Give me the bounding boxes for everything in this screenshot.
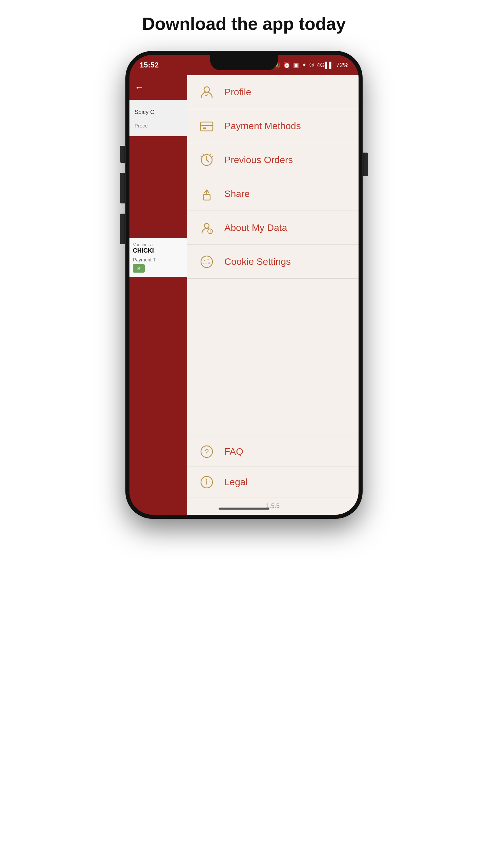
page-title: Download the app today — [136, 14, 353, 34]
silent-button — [120, 214, 125, 244]
cookie-settings-label: Cookie Settings — [224, 256, 291, 267]
previous-orders-label: Previous Orders — [224, 155, 293, 165]
bg-order-status: Proce — [135, 120, 184, 131]
bg-order-item: Spicy C — [135, 105, 184, 120]
signal-icon: 4G▌▌ — [317, 62, 333, 69]
bg-app-content: Spicy C Proce — [129, 100, 189, 136]
svg-point-16 — [208, 262, 210, 264]
svg-point-11 — [210, 229, 210, 230]
svg-point-13 — [204, 260, 205, 261]
home-indicator — [219, 508, 269, 510]
phone-screen: 15:52 🔕 ⏰ ▣ ✦ ® 4G▌▌ 72% ← Spicy C — [129, 55, 359, 515]
version-text: 1.5.5 — [187, 497, 359, 515]
svg-point-23 — [206, 478, 207, 479]
menu-item-about-data[interactable]: About My Data — [187, 211, 359, 245]
phone-frame: 15:52 🔕 ⏰ ▣ ✦ ® 4G▌▌ 72% ← Spicy C — [125, 51, 363, 519]
svg-point-15 — [205, 263, 206, 264]
menu-item-share[interactable]: Share — [187, 177, 359, 211]
share-label: Share — [224, 189, 250, 199]
status-time: 15:52 — [140, 61, 159, 70]
share-icon — [197, 184, 216, 203]
legal-icon: i — [197, 473, 216, 491]
menu-item-previous-orders[interactable]: Previous Orders — [187, 143, 359, 177]
faq-label: FAQ — [224, 446, 243, 457]
menu-item-cookie-settings[interactable]: Cookie Settings — [187, 245, 359, 279]
orders-icon — [197, 151, 216, 169]
svg-rect-3 — [203, 127, 206, 129]
power-button — [363, 153, 368, 176]
bg-voucher-label: Voucher a — [133, 242, 185, 247]
bg-payment-label: Payment T — [133, 257, 185, 262]
faq-icon: ? — [197, 442, 216, 461]
svg-point-0 — [204, 87, 209, 92]
profile-label: Profile — [224, 87, 251, 98]
menu-item-payment-methods[interactable]: Payment Methods — [187, 109, 359, 143]
menu-item-profile[interactable]: Profile — [187, 75, 359, 109]
volume-down-button — [120, 173, 125, 203]
payment-methods-label: Payment Methods — [224, 121, 301, 132]
side-drawer: Profile Payment Methods — [187, 75, 359, 515]
back-arrow-icon[interactable]: ← — [135, 82, 144, 93]
background-app: ← Spicy C Proce Voucher a CHICKI Payment… — [129, 75, 189, 515]
payment-icon — [197, 117, 216, 135]
notch — [210, 55, 278, 70]
bg-payment-icon: $ — [133, 264, 145, 273]
svg-rect-1 — [201, 122, 213, 131]
svg-point-14 — [207, 259, 208, 260]
about-data-label: About My Data — [224, 222, 287, 233]
cookie-icon — [197, 252, 216, 271]
svg-point-8 — [204, 223, 209, 228]
svg-point-12 — [201, 256, 212, 268]
nfc-icon: ▣ — [293, 61, 299, 69]
menu-item-legal[interactable]: i Legal — [187, 467, 359, 497]
registered-icon: ® — [309, 62, 314, 69]
bg-voucher-code: CHICKI — [133, 247, 185, 254]
profile-icon — [197, 83, 216, 101]
svg-rect-7 — [203, 195, 210, 200]
svg-point-17 — [203, 263, 204, 264]
bluetooth-icon: ✦ — [302, 61, 307, 69]
menu-item-faq[interactable]: ? FAQ — [187, 436, 359, 467]
status-icons: 🔕 ⏰ ▣ ✦ ® 4G▌▌ 72% — [273, 61, 348, 69]
alarm-icon: ⏰ — [283, 61, 290, 69]
bg-app-header: ← — [129, 75, 189, 100]
phone-mockup: 15:52 🔕 ⏰ ▣ ✦ ® 4G▌▌ 72% ← Spicy C — [125, 51, 363, 519]
svg-line-6 — [207, 160, 209, 162]
legal-label: Legal — [224, 477, 248, 488]
drawer-menu: Profile Payment Methods — [187, 75, 359, 436]
bg-voucher-section: Voucher a CHICKI Payment T $ — [129, 238, 189, 277]
battery-indicator: 72% — [336, 62, 348, 69]
data-privacy-icon — [197, 218, 216, 237]
svg-point-18 — [208, 261, 209, 261]
drawer-bottom: ? FAQ i Legal — [187, 436, 359, 515]
svg-text:?: ? — [204, 448, 208, 456]
volume-up-button — [120, 146, 125, 163]
